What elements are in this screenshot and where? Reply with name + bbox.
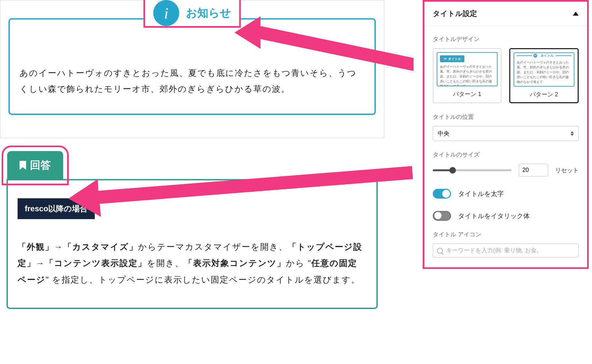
settings-sidebar: タイトル設定 タイトルデザイン Wタイトル あのイーハトーヴォのすきとおった風、… <box>423 0 589 269</box>
slider-thumb[interactable] <box>449 167 456 174</box>
pattern-1-preview: Wタイトル あのイーハトーヴォのすきとおった風、市、郊外のぎらぎらひかる草の波。… <box>437 52 498 86</box>
title-size-slider[interactable] <box>433 169 512 171</box>
notice-body-text[interactable]: あのイーハトーヴォのすきとおった風、夏でも底に冷たさをもつ青いそら、うつくしい森… <box>20 65 365 97</box>
pattern-1-label: パターン 1 <box>437 90 498 98</box>
title-position-value: 中央 <box>438 130 449 137</box>
notice-title-text[interactable]: お知らせ <box>186 6 231 21</box>
pattern-option-1[interactable]: Wタイトル あのイーハトーヴォのすきとおった風、市、郊外のぎらぎらひかる草の波。… <box>433 48 501 103</box>
title-size-input[interactable] <box>519 164 548 176</box>
title-italic-toggle[interactable] <box>433 211 451 221</box>
pattern-2-preview: Wタイトル あのイーハトーヴォのすきとおった風、市、郊外のぎらぎらひかる草の波。… <box>514 52 574 87</box>
chevron-up-icon[interactable] <box>573 12 579 16</box>
answer-subheading-badge[interactable]: fresco以降の場合 <box>18 198 95 219</box>
title-size-control: リセット <box>433 164 579 176</box>
answer-body-text[interactable]: 「外観」→「カスタマイズ」からテーマカスタマイザーを開き、「トップページ設定」→… <box>18 239 367 288</box>
icon-keyword-input[interactable] <box>446 247 574 254</box>
info-icon: i <box>153 0 179 26</box>
answer-body[interactable]: fresco以降の場合 「外観」→「カスタマイズ」からテーマカスタマイザーを開き… <box>7 179 378 309</box>
panel-title: タイトル設定 <box>433 9 477 19</box>
answer-block[interactable]: 回答 fresco以降の場合 「外観」→「カスタマイズ」からテーマカスタマイザー… <box>0 151 384 309</box>
title-bold-toggle[interactable] <box>433 189 451 199</box>
bold-toggle-row: タイトルを太字 <box>433 189 579 199</box>
panel-header[interactable]: タイトル設定 <box>424 2 587 26</box>
pattern-option-2[interactable]: Wタイトル あのイーハトーヴォのすきとおった風、市、郊外のぎらぎらひかる草の波。… <box>509 48 579 103</box>
search-icon <box>437 248 443 254</box>
position-field-label: タイトルの位置 <box>433 113 579 121</box>
notice-title-container[interactable]: i お知らせ <box>144 0 241 28</box>
bookmark-icon <box>20 161 26 170</box>
answer-tab-label: 回答 <box>30 158 51 173</box>
editor-canvas: i お知らせ あのイーハトーヴォのすきとおった風、夏でも底に冷たさをもつ青いそら… <box>0 0 384 364</box>
size-field-label: タイトルのサイズ <box>433 151 579 159</box>
italic-toggle-row: タイトルをイタリック体 <box>433 211 579 221</box>
title-size-reset[interactable]: リセット <box>555 166 579 174</box>
title-position-select[interactable]: 中央 <box>433 126 579 141</box>
pattern-options: Wタイトル あのイーハトーヴォのすきとおった風、市、郊外のぎらぎらひかる草の波。… <box>433 48 579 103</box>
answer-tab[interactable]: 回答 <box>7 151 63 180</box>
notice-block-selection-frame: i お知らせ あのイーハトーヴォのすきとおった風、夏でも底に冷たさをもつ青いそら… <box>0 0 384 138</box>
title-bold-label: タイトルを太字 <box>458 189 504 198</box>
select-arrows-icon <box>571 131 574 136</box>
icon-field-label: タイトル アイコン <box>433 231 579 238</box>
icon-search-wrap[interactable] <box>433 244 579 258</box>
notice-box[interactable]: i お知らせ あのイーハトーヴォのすきとおった風、夏でも底に冷たさをもつ青いそら… <box>8 18 376 115</box>
design-field-label: タイトルデザイン <box>433 35 579 43</box>
pattern-2-label: パターン 2 <box>514 91 574 98</box>
title-italic-label: タイトルをイタリック体 <box>458 212 530 220</box>
panel-body: タイトルデザイン Wタイトル あのイーハトーヴォのすきとおった風、市、郊外のぎら… <box>424 26 587 258</box>
